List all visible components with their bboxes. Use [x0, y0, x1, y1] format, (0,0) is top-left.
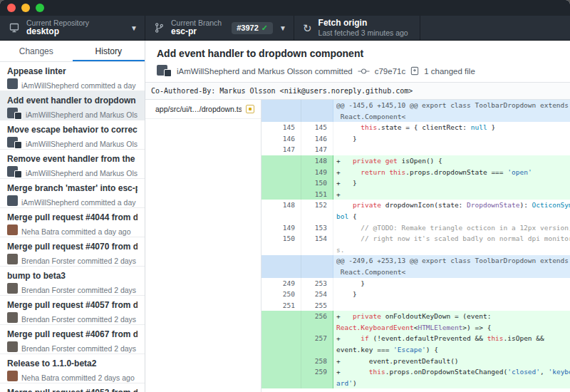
new-line-number: 148	[301, 155, 333, 167]
commit-summary: Merge pull request #4044 from des…	[7, 212, 138, 223]
avatar	[7, 371, 18, 384]
new-line-number: 145	[301, 122, 333, 133]
commit-list-item[interactable]: Move escape behavior to correct co…iAmWi…	[0, 120, 145, 150]
zoom-window-button[interactable]	[36, 4, 44, 12]
new-line-number	[301, 255, 333, 277]
toolbar: Current Repository desktop ▼ Current Bra…	[0, 16, 570, 41]
commit-detail-panel: Add event handler to dropdown component …	[145, 41, 570, 392]
git-commit-icon	[358, 67, 370, 76]
repository-name: desktop	[26, 27, 89, 37]
file-list-item[interactable]: app/src/ui/t…/dropdown.tsx	[145, 100, 261, 119]
new-line-number: 258	[301, 356, 333, 367]
tab-changes[interactable]: Changes	[0, 41, 73, 61]
sidebar: Changes History Appease linteriAmWillShe…	[0, 41, 145, 392]
avatar	[7, 341, 18, 355]
commit-sha: c79e71c	[375, 67, 405, 76]
tab-history[interactable]: History	[73, 41, 145, 61]
old-line-number	[261, 189, 301, 200]
diff-context-line: 149153 // @TODO: Remake triangle octicon…	[261, 222, 570, 234]
commit-meta: iAmWillShepherd and Markus Olsson…	[26, 110, 138, 120]
repository-picker[interactable]: Current Repository desktop ▼	[0, 16, 145, 40]
commit-list-item[interactable]: Merge pull request #4067 from desk…Brend…	[0, 325, 145, 354]
diff-context-line: 251255	[261, 300, 570, 311]
new-line-number: 256	[301, 311, 333, 333]
commit-meta: Brendan Forster committed 2 days ago	[21, 285, 138, 295]
minimize-window-button[interactable]	[21, 4, 30, 12]
commit-meta: Brendan Forster committed 2 days ago	[21, 314, 138, 324]
commit-list-item[interactable]: Add event handler to dropdown com…iAmWil…	[0, 91, 145, 120]
branch-name: esc-pr	[171, 27, 222, 37]
diff-code: + return this.props.dropdownState === 'o…	[333, 167, 570, 178]
commit-meta: Neha Batra committed a day ago	[21, 227, 131, 237]
commit-summary: Merge pull request #4070 from desk…	[7, 241, 138, 252]
commit-meta: Brendan Forster committed 2 days ago	[21, 256, 138, 266]
commit-authors: iAmWillShepherd and Markus Olsson commit…	[177, 67, 353, 76]
old-line-number	[261, 356, 301, 367]
diff-code: // @TODO: Remake triangle octicon in a 1…	[333, 222, 570, 234]
diff-added-line: 149+ return this.props.dropdownState ===…	[261, 167, 570, 178]
author-avatars	[157, 65, 172, 77]
commit-list-item[interactable]: Release to 1.1.0-beta2Neha Batra committ…	[0, 354, 145, 383]
diff-code: + private onFoldoutKeyDown = (event:Reac…	[333, 311, 570, 333]
commit-list-item[interactable]: Merge pull request #4053 from desk…	[0, 383, 145, 392]
diff-added-line: 151+	[261, 189, 570, 200]
diff-added-line: 258+ event.preventDefault()	[261, 356, 570, 367]
branch-picker[interactable]: Current Branch esc-pr #3972 ✓ ▼	[145, 16, 294, 40]
commit-summary: Merge branch 'master' into esc-pr	[7, 182, 138, 194]
diff-context-line: 249253 }	[261, 278, 570, 289]
commit-summary: Release to 1.1.0-beta2	[7, 358, 138, 369]
avatar	[7, 225, 18, 238]
commit-list-item[interactable]: Merge branch 'master' into esc-priAmWill…	[0, 179, 145, 208]
old-line-number: 150	[261, 233, 301, 255]
new-line-number: 255	[301, 300, 333, 311]
diff-context-line: 150154 // right now it's scaled badly on…	[261, 233, 570, 255]
diff-hunk-header: @@ -249,6 +253,13 @@ export class Toolba…	[261, 255, 570, 277]
changed-file-icon	[410, 66, 419, 76]
commit-description: Co-Authored-By: Markus Olsson <niik@user…	[145, 83, 570, 100]
sync-icon: ↻	[303, 23, 312, 33]
diff-code: this.state = { clientRect: null }	[333, 122, 570, 133]
new-line-number: 254	[301, 289, 333, 300]
commit-list-item[interactable]: Merge pull request #4070 from desk…Brend…	[0, 237, 145, 267]
old-line-number: 145	[261, 122, 301, 133]
old-line-number	[261, 100, 301, 122]
fetch-origin-button[interactable]: ↻ Fetch origin Last fetched 3 minutes ag…	[294, 16, 420, 40]
window-titlebar[interactable]	[0, 0, 570, 16]
old-line-number: 148	[261, 200, 301, 222]
diff-code: }	[333, 278, 570, 289]
commit-summary: Remove event handler from the bran…	[7, 153, 138, 165]
close-window-button[interactable]	[7, 4, 16, 12]
commit-meta: iAmWillShepherd and Markus Olsson…	[26, 168, 138, 178]
diff-code: private dropdownIcon(state: DropdownStat…	[333, 200, 570, 222]
avatar	[7, 166, 22, 180]
old-line-number: 250	[261, 289, 301, 300]
avatar	[7, 78, 18, 92]
old-line-number: 149	[261, 222, 301, 234]
commit-summary: Merge pull request #4053 from desk…	[7, 387, 138, 392]
commit-list-item[interactable]: Appease linteriAmWillShepherd committed …	[0, 62, 145, 91]
old-line-number	[261, 366, 301, 388]
diff-context-line: 148152 private dropdownIcon(state: Dropd…	[261, 200, 570, 222]
commit-list-item[interactable]: Merge pull request #4044 from des…Neha B…	[0, 208, 145, 237]
commit-list-item[interactable]: bump to beta3Brendan Forster committed 2…	[0, 267, 145, 296]
changed-files-list: app/src/ui/t…/dropdown.tsx	[145, 100, 261, 392]
new-line-number: 151	[301, 189, 333, 200]
file-path: app/src/ui/t…/dropdown.tsx	[155, 105, 242, 113]
new-line-number: 257	[301, 333, 333, 355]
commit-summary: Merge pull request #4067 from desk…	[7, 329, 138, 340]
old-line-number	[261, 177, 301, 189]
new-line-number: 150	[301, 177, 333, 189]
chevron-down-icon: ▼	[125, 24, 138, 32]
commit-header: Add event handler to dropdown component …	[145, 41, 570, 83]
github-desktop-window: Current Repository desktop ▼ Current Bra…	[0, 0, 570, 392]
new-line-number: 149	[301, 167, 333, 178]
pull-request-badge: #3972 ✓	[232, 22, 273, 34]
commit-meta: iAmWillShepherd and Markus Olsson…	[26, 139, 138, 149]
commit-list-item[interactable]: Merge pull request #4057 from desk…Brend…	[0, 296, 145, 325]
avatar	[7, 312, 18, 326]
old-line-number: 147	[261, 144, 301, 155]
commit-list-item[interactable]: Remove event handler from the bran…iAmWi…	[0, 150, 145, 179]
diff-added-line: 256+ private onFoldoutKeyDown = (event:R…	[261, 311, 570, 333]
new-line-number	[301, 100, 333, 122]
new-line-number: 146	[301, 133, 333, 145]
